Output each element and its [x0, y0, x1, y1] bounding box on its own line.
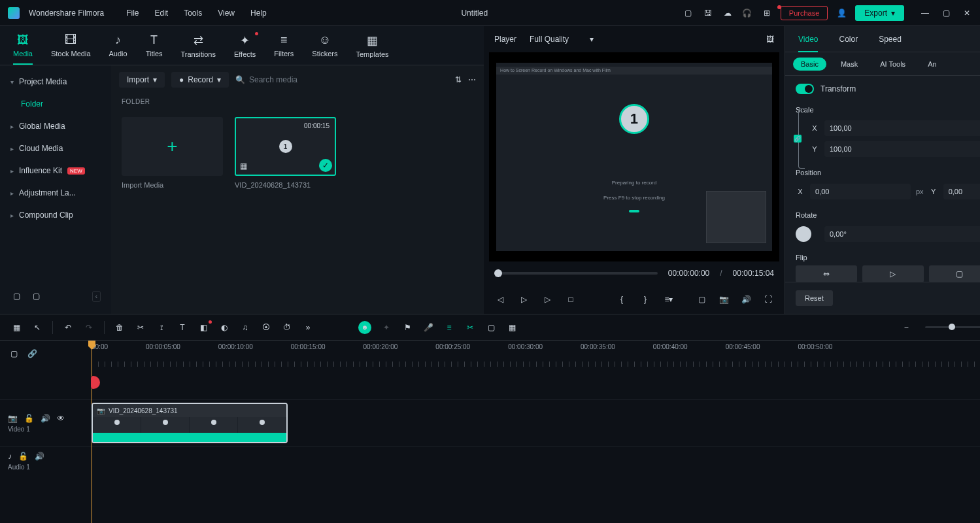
minimize-icon[interactable]: — — [920, 8, 930, 18]
prev-frame-icon[interactable]: ◁ — [494, 294, 506, 305]
mute-icon[interactable]: 🔊 — [41, 414, 50, 423]
new-bin-icon[interactable]: ▢ — [10, 290, 22, 302]
search-input[interactable]: 🔍Search media — [235, 75, 448, 84]
zoom-slider[interactable] — [925, 326, 980, 328]
speed-icon[interactable]: ⦿ — [260, 323, 272, 332]
mixer-icon[interactable]: ≡ — [443, 323, 455, 332]
flip-vertical-button[interactable]: ▷ — [862, 265, 924, 282]
next-frame-icon[interactable]: ▷ — [541, 294, 553, 305]
flip-btn-3[interactable]: ▢ — [929, 265, 980, 282]
camera-icon[interactable]: 📷 — [718, 294, 730, 305]
close-icon[interactable]: ✕ — [962, 8, 972, 18]
duration-icon[interactable]: ⏱ — [281, 323, 293, 332]
subtab-animation[interactable]: An — [920, 58, 944, 71]
record-tl-icon[interactable]: ▢ — [485, 323, 497, 332]
visibility-icon[interactable]: 👁 — [57, 414, 65, 423]
import-dropdown[interactable]: Import▾ — [119, 72, 165, 88]
tab-filters[interactable]: ≡Filters — [274, 33, 294, 58]
purchase-button[interactable]: Purchase — [781, 6, 828, 20]
link-tracks-icon[interactable]: 🔗 — [26, 349, 38, 358]
display-icon[interactable]: ▢ — [696, 294, 707, 305]
save-icon[interactable]: 🖫 — [702, 7, 714, 19]
link-icon[interactable]: 🔗 — [794, 135, 802, 143]
maximize-icon[interactable]: ▢ — [941, 8, 951, 18]
color-icon[interactable]: ◐ — [218, 323, 230, 332]
tab-audio[interactable]: ♪Audio — [109, 33, 127, 58]
player-label[interactable]: Player — [494, 35, 516, 44]
rotate-input[interactable] — [824, 226, 980, 242]
more-icon[interactable]: ⋯ — [468, 75, 476, 84]
playback-options-icon[interactable]: ≡▾ — [663, 294, 675, 305]
cut-marker[interactable] — [91, 376, 100, 389]
redo-icon[interactable]: ↷ — [83, 323, 95, 332]
ai-badge-icon[interactable]: ☻ — [358, 321, 371, 334]
account-icon[interactable]: 👤 — [836, 7, 847, 19]
tab-video[interactable]: Video — [798, 35, 818, 44]
tab-titles[interactable]: TTitles — [146, 33, 163, 58]
collapse-sidebar-icon[interactable]: ‹ — [92, 291, 101, 302]
pos-x-input[interactable] — [810, 184, 911, 199]
tab-stock-media[interactable]: 🎞Stock Media — [51, 33, 91, 58]
tab-transitions[interactable]: ⇄Transitions — [181, 33, 216, 58]
menu-edit[interactable]: Edit — [155, 8, 169, 18]
tab-templates[interactable]: ▦Templates — [356, 33, 388, 58]
add-track-icon[interactable]: ▢ — [8, 349, 20, 358]
import-media-tile[interactable]: + Import Media — [122, 117, 223, 189]
mark-in-icon[interactable]: { — [616, 294, 628, 305]
render-icon[interactable]: ▦ — [506, 323, 518, 332]
headphones-icon[interactable]: 🎧 — [741, 7, 753, 19]
detach-audio-icon[interactable]: ♫ — [239, 323, 251, 332]
adjust-icon[interactable]: ◧ — [197, 323, 209, 332]
zoom-out-icon[interactable]: − — [900, 323, 912, 332]
sidebar-global-media[interactable]: ▸Global Media — [0, 115, 111, 137]
lock-audio-icon[interactable]: 🔓 — [18, 452, 28, 461]
transform-toggle[interactable] — [796, 84, 814, 94]
scrubber[interactable] — [494, 272, 658, 275]
delete-icon[interactable]: 🗑 — [114, 323, 126, 332]
tab-effects[interactable]: ✦Effects — [234, 33, 256, 58]
timeline-ruler[interactable]: 00:0000:00:05:0000:00:10:0000:00:15:0000… — [92, 341, 980, 367]
play-icon[interactable]: ▷ — [518, 294, 530, 305]
scale-y-input[interactable] — [824, 141, 980, 157]
sidebar-adjustment-layer[interactable]: ▸Adjustment La... — [0, 182, 111, 204]
cloud-icon[interactable]: ☁ — [722, 7, 734, 19]
text-icon[interactable]: T — [177, 323, 188, 332]
audio-track-icon[interactable]: ♪ — [8, 452, 12, 461]
snapshot-icon[interactable]: 🖼 — [766, 35, 774, 44]
split-icon[interactable]: ✂ — [135, 323, 146, 332]
menu-tools[interactable]: Tools — [184, 8, 202, 18]
layout-icon[interactable]: ▦ — [10, 323, 22, 332]
flip-horizontal-button[interactable]: ⇔ — [796, 265, 857, 282]
subtab-mask[interactable]: Mask — [833, 58, 866, 71]
device-icon[interactable]: ▢ — [683, 7, 694, 19]
undo-icon[interactable]: ↶ — [62, 323, 74, 332]
fullscreen-icon[interactable]: ⛶ — [762, 294, 774, 305]
pos-y-input[interactable] — [943, 184, 980, 199]
sidebar-influence-kit[interactable]: ▸Influence KitNEW — [0, 160, 111, 182]
sidebar-project-media[interactable]: ▾Project Media — [0, 71, 111, 93]
mic-icon[interactable]: 🎤 — [422, 323, 434, 332]
mark-out-icon[interactable]: } — [639, 294, 651, 305]
reset-button[interactable]: Reset — [796, 290, 833, 306]
export-button[interactable]: Export▾ — [855, 5, 904, 21]
stop-icon[interactable]: □ — [565, 294, 577, 305]
video-track-icon[interactable]: 📷 — [8, 414, 18, 423]
subtab-ai-tools[interactable]: AI Tools — [872, 58, 913, 71]
sidebar-folder[interactable]: Folder — [0, 93, 111, 115]
tl-tool-1-icon[interactable]: ✦ — [380, 323, 392, 332]
tab-speed[interactable]: Speed — [879, 35, 902, 44]
sidebar-compound-clip[interactable]: ▸Compound Clip — [0, 204, 111, 226]
timeline-clip[interactable]: 📷VID_20240628_143731 — [92, 403, 288, 443]
rotate-knob[interactable] — [796, 226, 811, 242]
lock-icon[interactable]: 🔓 — [24, 414, 34, 423]
marker-icon[interactable]: ⚑ — [401, 323, 413, 332]
crop-icon[interactable]: ⟟ — [156, 323, 167, 332]
new-folder-icon[interactable]: ▢ — [30, 290, 42, 302]
more-tools-icon[interactable]: » — [302, 323, 314, 332]
menu-view[interactable]: View — [218, 8, 235, 18]
tab-color[interactable]: Color — [839, 35, 858, 44]
sidebar-cloud-media[interactable]: ▸Cloud Media — [0, 137, 111, 160]
filter-icon[interactable]: ⇅ — [455, 75, 462, 84]
menu-file[interactable]: File — [126, 8, 139, 18]
select-tool-icon[interactable]: ↖ — [31, 323, 43, 332]
